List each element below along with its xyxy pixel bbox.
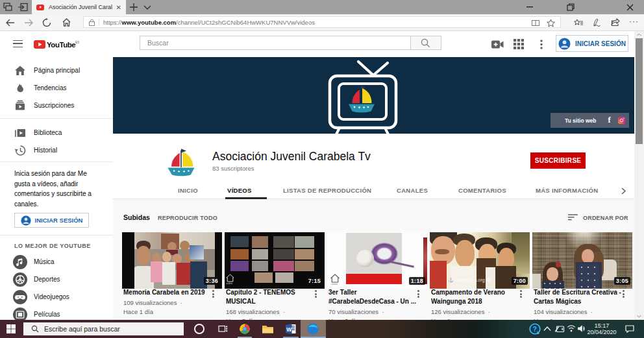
svg-text:W: W xyxy=(286,326,292,333)
svg-text:ES: ES xyxy=(75,41,79,44)
svg-text:carabela: carabela xyxy=(331,283,338,285)
svg-text:YouTube: YouTube xyxy=(47,41,75,49)
svg-text:carabela: carabela xyxy=(226,282,233,285)
svg-text:?: ? xyxy=(533,325,537,333)
